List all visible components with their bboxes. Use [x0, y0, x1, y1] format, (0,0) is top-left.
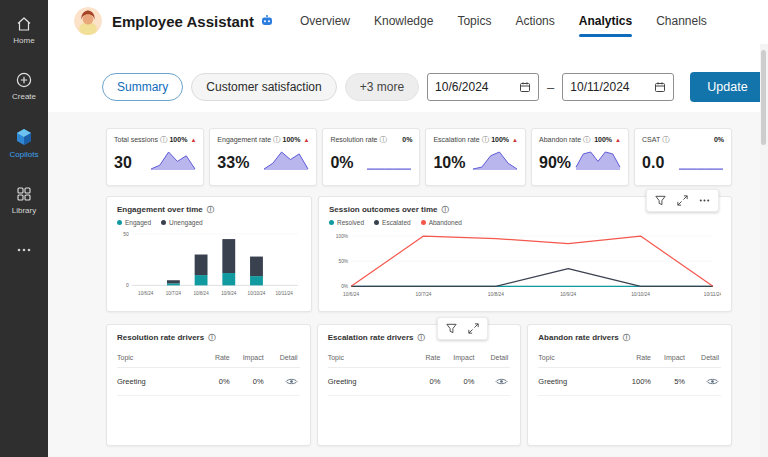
tab-analytics[interactable]: Analytics: [579, 0, 632, 42]
column-header: Impact: [230, 354, 264, 361]
info-icon[interactable]: ⓘ: [623, 334, 631, 342]
tab-actions[interactable]: Actions: [515, 0, 554, 42]
rate-cell: 0%: [196, 377, 230, 386]
trend-up-icon: ▲: [190, 137, 196, 143]
calendar-icon[interactable]: [654, 81, 666, 93]
kpi-value: 0.0: [642, 155, 664, 171]
card-title-text: Escalation rate drivers: [328, 333, 414, 342]
sidebar-item-label: Create: [12, 92, 36, 101]
date-range-separator: –: [547, 80, 554, 95]
legend-dot: [374, 220, 379, 225]
legend-item[interactable]: Abandoned: [421, 218, 462, 226]
table-row[interactable]: Greeting 100% 5%: [538, 368, 721, 396]
sidebar-item-more[interactable]: [0, 236, 48, 264]
kpi-value: 90%: [539, 155, 571, 171]
scrollbar-track: [760, 44, 768, 457]
tab-topics[interactable]: Topics: [457, 0, 491, 42]
table-row[interactable]: Greeting 0% 0%: [117, 368, 300, 396]
filter-icon[interactable]: [445, 322, 458, 335]
kpi-row: Total sessions ⓘ 100% ▲ 30 Engagement ra…: [106, 128, 732, 186]
svg-text:10/9/24: 10/9/24: [560, 292, 576, 297]
filter-pill-customer-satisfaction[interactable]: Customer satisfaction: [191, 73, 336, 101]
sidebar-item-copilots[interactable]: Copilots: [0, 122, 48, 164]
drivers-row: Resolution rate drivers ⓘ Topic Rate Imp…: [106, 324, 732, 446]
info-icon[interactable]: ⓘ: [583, 136, 591, 144]
info-icon[interactable]: ⓘ: [207, 206, 215, 214]
kpi-card-total-sessions[interactable]: Total sessions ⓘ 100% ▲ 30: [106, 128, 204, 186]
legend-item[interactable]: Resolved: [329, 218, 364, 226]
legend-item[interactable]: Engaged: [117, 218, 151, 226]
kpi-sparkline: [150, 149, 196, 171]
info-icon[interactable]: ⓘ: [208, 334, 216, 342]
kpi-value: 0%: [330, 155, 353, 171]
tab-channels[interactable]: Channels: [656, 0, 707, 42]
abandon-rate-drivers-card: Abandon rate drivers ⓘ Topic Rate Impact…: [527, 324, 732, 446]
impact-cell: 0%: [230, 377, 264, 386]
kpi-card-csat[interactable]: CSAT ⓘ 0% ▲ 0.0: [634, 128, 732, 186]
info-icon[interactable]: ⓘ: [662, 136, 670, 144]
info-icon[interactable]: ⓘ: [482, 136, 490, 144]
end-date-input[interactable]: 10/11/2024: [562, 73, 674, 101]
filter-pill-summary[interactable]: Summary: [102, 73, 183, 101]
expand-icon[interactable]: [676, 194, 689, 207]
legend-item[interactable]: Escalated: [374, 218, 411, 226]
more-icon[interactable]: [698, 194, 711, 207]
kpi-sparkline: [678, 149, 724, 171]
tab-overview[interactable]: Overview: [300, 0, 350, 42]
session-outcomes-card: Session outcomes over time ⓘ ResolvedEsc…: [318, 196, 732, 312]
info-icon[interactable]: ⓘ: [441, 206, 449, 214]
table-row[interactable]: Greeting 0% 0%: [328, 368, 511, 396]
start-date-value: 10/6/2024: [435, 80, 488, 94]
legend-item[interactable]: Unengaged: [161, 218, 203, 226]
table-header: Topic Rate Impact Detail: [117, 354, 300, 368]
chart-card-toolbar: [646, 189, 719, 212]
impact-cell: 5%: [651, 377, 685, 386]
column-header: Detail: [264, 354, 298, 361]
main-area: Employee Assistant Overview Knowledge To…: [48, 0, 768, 457]
scrollbar-thumb[interactable]: [761, 50, 766, 145]
svg-text:10/7/24: 10/7/24: [415, 292, 431, 297]
sidebar-item-library[interactable]: Library: [0, 180, 48, 220]
svg-text:10/6/24: 10/6/24: [138, 291, 154, 296]
kpi-change: 100%: [169, 136, 187, 143]
detail-eye-icon[interactable]: [264, 377, 298, 386]
info-icon[interactable]: ⓘ: [160, 136, 168, 144]
column-header: Rate: [406, 354, 440, 361]
tab-knowledge[interactable]: Knowledge: [374, 0, 433, 42]
kpi-card-engagement-rate[interactable]: Engagement rate ⓘ 100% ▲ 33%: [209, 128, 317, 186]
start-date-input[interactable]: 10/6/2024: [427, 73, 539, 101]
calendar-icon[interactable]: [519, 81, 531, 93]
kpi-card-escalation-rate[interactable]: Escalation rate ⓘ 100% ▲ 10%: [425, 128, 526, 186]
analytics-toolbar: Summary Customer satisfaction +3 more 10…: [48, 42, 768, 112]
rate-cell: 0%: [406, 377, 440, 386]
detail-eye-icon[interactable]: [474, 377, 508, 386]
left-nav-rail: Home Create Copilots Library: [0, 0, 48, 457]
sidebar-item-home[interactable]: Home: [0, 10, 48, 50]
chart-title: Session outcomes over time: [329, 205, 437, 214]
sidebar-item-create[interactable]: Create: [0, 66, 48, 106]
nav-tabs: Overview Knowledge Topics Actions Analyt…: [300, 0, 707, 42]
info-icon[interactable]: ⓘ: [379, 136, 387, 144]
copilots-icon: [14, 127, 34, 147]
kpi-card-resolution-rate[interactable]: Resolution rate ⓘ 0% ▲ 0%: [322, 128, 420, 186]
kpi-label: Escalation rate: [433, 136, 479, 143]
filter-pill-more[interactable]: +3 more: [345, 73, 419, 101]
expand-icon[interactable]: [467, 322, 480, 335]
kpi-label: Total sessions: [114, 136, 158, 143]
kpi-change: 0%: [714, 136, 724, 143]
svg-text:10/8/24: 10/8/24: [488, 292, 504, 297]
more-icon: [15, 241, 33, 259]
kpi-sparkline: [366, 149, 412, 171]
update-button[interactable]: Update: [690, 72, 764, 102]
engagement-bar-chart: 05010/6/2410/7/2410/8/2410/9/2410/10/241…: [117, 228, 301, 305]
column-header: Detail: [474, 354, 508, 361]
kpi-label: Engagement rate: [217, 136, 271, 143]
topic-cell: Greeting: [328, 377, 407, 386]
filter-icon[interactable]: [654, 194, 667, 207]
info-icon[interactable]: ⓘ: [418, 334, 426, 342]
svg-text:0%: 0%: [341, 284, 349, 289]
kpi-card-abandon-rate[interactable]: Abandon rate ⓘ 100% ▲ 90%: [531, 128, 629, 186]
kpi-sparkline: [472, 149, 518, 171]
info-icon[interactable]: ⓘ: [273, 136, 281, 144]
detail-eye-icon[interactable]: [685, 377, 719, 386]
